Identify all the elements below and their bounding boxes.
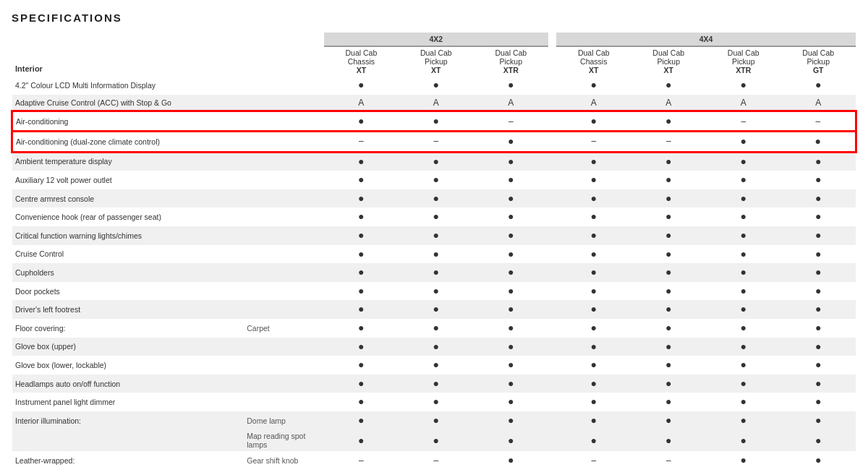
row-value: ●: [399, 411, 473, 430]
row-value: ●: [324, 189, 399, 208]
specs-table: 4X2 4X4 Interior Dual CabChassisXT Dual …: [12, 33, 856, 475]
row-value: ●: [780, 470, 856, 475]
col-dc-pickup-xtr-4x4: Dual CabPickupXTR: [706, 46, 780, 76]
row-sub-label: [244, 171, 323, 189]
table-row: Critical function warning lights/chimes●…: [12, 226, 856, 245]
row-label: Driver's left footrest: [12, 300, 244, 319]
row-value: ●: [399, 189, 473, 208]
row-label: Door pockets: [12, 282, 244, 301]
table-row: Door pockets●●●●●●●: [12, 282, 856, 301]
row-value: –: [399, 470, 473, 475]
row-value: ●: [556, 356, 631, 375]
row-label: Cupholders: [12, 263, 244, 282]
row-label: Glove box (lower, lockable): [12, 356, 244, 375]
row-value: A: [556, 95, 631, 112]
table-row: Steering wheel––●––●●: [12, 470, 856, 475]
row-value: ●: [474, 356, 548, 375]
row-sub-label: [244, 132, 323, 152]
row-value: ●: [556, 319, 631, 338]
row-sub-label: Gear shift knob: [244, 451, 323, 470]
row-sub-label: [244, 356, 323, 375]
row-value: ●: [474, 76, 548, 95]
row-sub-label: [244, 338, 323, 356]
table-row: 4.2" Colour LCD Multi Information Displa…: [12, 76, 856, 95]
row-value: ●: [399, 338, 473, 356]
row-value: ●: [399, 319, 473, 338]
table-row: Convenience hook (rear of passenger seat…: [12, 207, 856, 226]
row-value: A: [324, 95, 399, 112]
row-sub-label: [244, 393, 323, 411]
row-value: ●: [631, 245, 706, 264]
row-value: –: [324, 132, 399, 152]
row-sub-label: [244, 282, 323, 301]
row-value: ●: [706, 152, 780, 171]
row-label: Headlamps auto on/off function: [12, 375, 244, 393]
row-sub-label: [244, 207, 323, 226]
row-sub-label: Map reading spot lamps: [244, 429, 323, 451]
row-sub-label: [244, 152, 323, 171]
row-value: ●: [780, 393, 856, 411]
table-row: Interior illumination:Dome lamp●●●●●●●: [12, 411, 856, 430]
row-value: ●: [474, 393, 548, 411]
table-row: Ambient temperature display●●●●●●●: [12, 152, 856, 171]
col-dc-chassis-xt: Dual CabChassisXT: [324, 46, 399, 76]
table-row: Cruise Control●●●●●●●: [12, 245, 856, 264]
row-value: ●: [556, 111, 631, 132]
row-value: ●: [780, 152, 856, 171]
row-value: ●: [324, 207, 399, 226]
row-value: ●: [474, 470, 548, 475]
row-value: ●: [399, 356, 473, 375]
row-value: –: [631, 132, 706, 152]
row-value: ●: [324, 356, 399, 375]
row-value: ●: [399, 245, 473, 264]
table-row: Driver's left footrest●●●●●●●: [12, 300, 856, 319]
table-row: Glove box (upper)●●●●●●●: [12, 338, 856, 356]
row-value: ●: [631, 76, 706, 95]
row-sub-label: [244, 263, 323, 282]
row-value: ●: [474, 338, 548, 356]
row-value: ●: [631, 152, 706, 171]
row-label: Leather-wrapped:: [12, 451, 244, 470]
table-row: Glove box (lower, lockable)●●●●●●●: [12, 356, 856, 375]
table-row: Instrument panel light dimmer●●●●●●●: [12, 393, 856, 411]
row-value: ●: [780, 411, 856, 430]
col-dc-pickup-xt: Dual CabPickupXT: [399, 46, 473, 76]
row-value: –: [556, 470, 631, 475]
row-value: ●: [631, 429, 706, 451]
row-label: Adaptive Cruise Control (ACC) with Stop …: [12, 95, 244, 112]
row-value: ●: [706, 470, 780, 475]
row-value: ●: [780, 132, 856, 152]
row-value: ●: [631, 375, 706, 393]
row-value: ●: [631, 338, 706, 356]
row-label: [12, 429, 244, 451]
row-value: ●: [631, 171, 706, 189]
row-value: ●: [780, 319, 856, 338]
row-value: ●: [474, 319, 548, 338]
row-value: ●: [780, 300, 856, 319]
row-value: ●: [324, 111, 399, 132]
row-value: ●: [780, 375, 856, 393]
row-value: –: [780, 111, 856, 132]
row-value: ●: [474, 189, 548, 208]
row-value: ●: [324, 152, 399, 171]
col-dc-pickup-xt-4x4: Dual CabPickupXT: [631, 46, 706, 76]
row-value: ●: [706, 375, 780, 393]
row-value: ●: [780, 451, 856, 470]
row-value: ●: [556, 300, 631, 319]
table-row: Centre armrest console●●●●●●●: [12, 189, 856, 208]
row-value: ●: [556, 282, 631, 301]
row-sub-label: [244, 76, 323, 95]
row-value: ●: [706, 245, 780, 264]
row-value: ●: [556, 393, 631, 411]
row-value: ●: [556, 375, 631, 393]
row-value: ●: [631, 111, 706, 132]
row-value: ●: [399, 76, 473, 95]
row-value: ●: [706, 226, 780, 245]
row-label: Critical function warning lights/chimes: [12, 226, 244, 245]
row-value: ●: [474, 451, 548, 470]
row-value: ●: [324, 393, 399, 411]
row-value: A: [399, 95, 473, 112]
row-value: ●: [780, 282, 856, 301]
group-header-4x4: 4X4: [556, 33, 856, 46]
row-value: ●: [706, 411, 780, 430]
